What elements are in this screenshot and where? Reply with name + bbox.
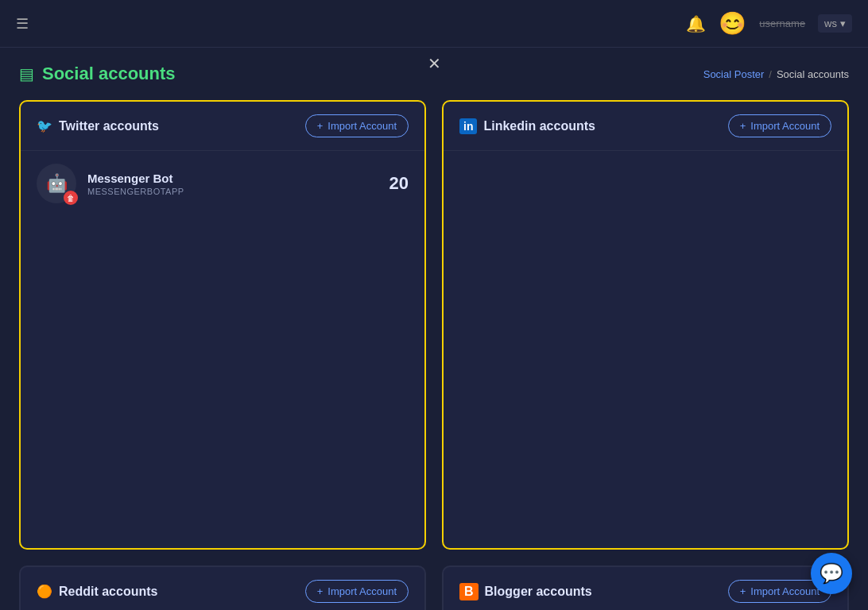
- chat-bubble[interactable]: 💬: [811, 553, 852, 594]
- workspace-selector[interactable]: ws ▾: [818, 14, 852, 33]
- menu-icon[interactable]: ☰: [16, 15, 29, 33]
- twitter-title-group: 🐦 Twitter accounts: [37, 118, 159, 133]
- twitter-import-label: Import Account: [327, 120, 397, 132]
- twitter-card-header: 🐦 Twitter accounts + Import Account: [21, 102, 424, 151]
- account-name: Messenger Bot: [87, 172, 378, 185]
- twitter-account-item: 🤖 🗑 Messenger Bot MESSENGERBOTAPP 20: [37, 164, 409, 203]
- username-text: username: [759, 17, 805, 29]
- account-info: Messenger Bot MESSENGERBOTAPP: [87, 172, 378, 196]
- accounts-grid: 🐦 Twitter accounts + Import Account 🤖 🗑: [19, 100, 849, 550]
- linkedin-import-label: Import Account: [750, 120, 820, 132]
- main-content: ▤ Social accounts Social Poster / Social…: [0, 48, 868, 610]
- blogger-title-group: B Blogger accounts: [459, 583, 592, 600]
- navbar-left: ☰: [16, 15, 29, 33]
- avatar: 😊: [719, 10, 746, 37]
- account-avatar-wrap: 🤖 🗑: [37, 164, 76, 203]
- reddit-card: 🟠 Reddit accounts + Import Account: [19, 566, 426, 610]
- bell-icon[interactable]: 🔔: [686, 14, 706, 33]
- reddit-icon: 🟠: [37, 584, 52, 599]
- bottom-row: 🟠 Reddit accounts + Import Account B Blo…: [19, 566, 849, 610]
- linkedin-card-title: Linkedin accounts: [483, 119, 595, 133]
- linkedin-icon: in: [459, 118, 477, 134]
- breadcrumb: Social Poster / Social accounts: [703, 68, 849, 80]
- blogger-card: B Blogger accounts + Import Account: [442, 566, 849, 610]
- reddit-card-title: Reddit accounts: [59, 585, 157, 599]
- reddit-card-header: 🟠 Reddit accounts + Import Account: [21, 567, 424, 610]
- blogger-card-header: B Blogger accounts + Import Account: [444, 567, 847, 610]
- twitter-icon: 🐦: [37, 118, 52, 133]
- navbar: ☰ 🔔 😊 username ws ▾: [0, 0, 868, 48]
- reddit-import-label: Import Account: [327, 585, 397, 597]
- reddit-import-plus: +: [317, 585, 324, 597]
- blogger-icon: B: [459, 583, 479, 600]
- page-title-icon: ▤: [19, 64, 34, 83]
- twitter-card-body: 🤖 🗑 Messenger Bot MESSENGERBOTAPP 20: [21, 151, 424, 548]
- breadcrumb-current: Social accounts: [777, 68, 849, 80]
- navbar-right: 🔔 😊 username ws ▾: [686, 10, 852, 37]
- account-count: 20: [389, 173, 409, 194]
- linkedin-card-header: in Linkedin accounts + Import Account: [444, 102, 847, 151]
- dropdown-icon: ▾: [840, 17, 846, 29]
- page-title: Social accounts: [42, 64, 176, 84]
- twitter-card-title: Twitter accounts: [59, 119, 159, 133]
- linkedin-card: in Linkedin accounts + Import Account: [442, 100, 849, 550]
- blogger-card-title: Blogger accounts: [485, 585, 592, 599]
- breadcrumb-parent[interactable]: Social Poster: [703, 68, 765, 80]
- twitter-import-button[interactable]: + Import Account: [305, 114, 409, 137]
- reddit-import-button[interactable]: + Import Account: [305, 580, 409, 603]
- linkedin-import-button[interactable]: + Import Account: [728, 114, 831, 137]
- account-username: MESSENGERBOTAPP: [87, 187, 378, 196]
- close-button[interactable]: ✕: [428, 54, 441, 73]
- linkedin-title-group: in Linkedin accounts: [459, 118, 595, 134]
- blogger-import-plus: +: [740, 585, 746, 597]
- page-title-group: ▤ Social accounts: [19, 64, 176, 84]
- workspace-label: ws: [824, 17, 837, 29]
- chat-bubble-icon: 💬: [820, 562, 843, 585]
- linkedin-card-body: [444, 151, 847, 548]
- breadcrumb-separator: /: [769, 68, 772, 80]
- blogger-import-label: Import Account: [750, 585, 820, 597]
- linkedin-import-plus: +: [740, 120, 746, 132]
- delete-badge[interactable]: 🗑: [64, 191, 78, 205]
- reddit-title-group: 🟠 Reddit accounts: [37, 584, 157, 599]
- twitter-import-plus: +: [317, 120, 324, 132]
- twitter-card: 🐦 Twitter accounts + Import Account 🤖 🗑: [19, 100, 426, 550]
